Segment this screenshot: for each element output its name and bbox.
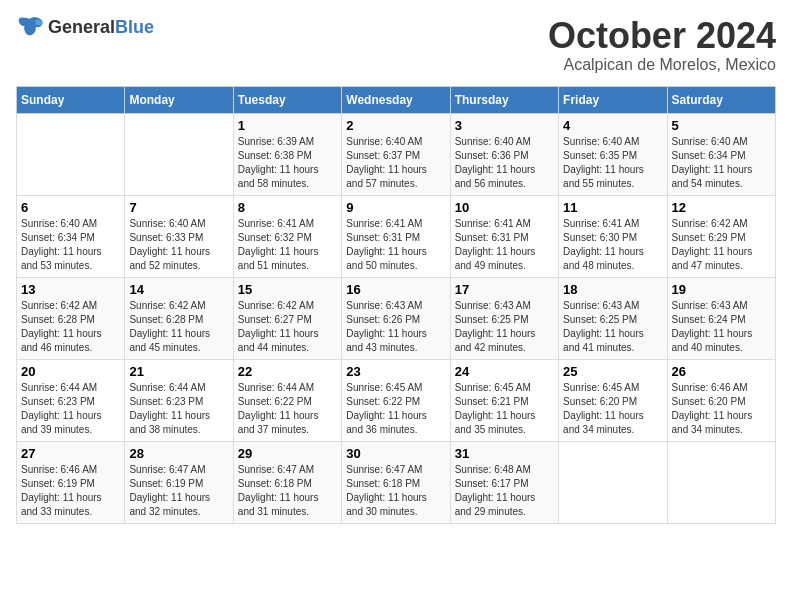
day-info: Sunrise: 6:43 AM Sunset: 6:26 PM Dayligh…	[346, 299, 445, 355]
calendar-cell: 27Sunrise: 6:46 AM Sunset: 6:19 PM Dayli…	[17, 441, 125, 523]
calendar-cell	[559, 441, 667, 523]
calendar-week-4: 20Sunrise: 6:44 AM Sunset: 6:23 PM Dayli…	[17, 359, 776, 441]
calendar-cell	[125, 113, 233, 195]
day-number: 6	[21, 200, 120, 215]
day-number: 31	[455, 446, 554, 461]
weekday-header-row: SundayMondayTuesdayWednesdayThursdayFrid…	[17, 86, 776, 113]
day-number: 26	[672, 364, 771, 379]
day-number: 15	[238, 282, 337, 297]
day-info: Sunrise: 6:40 AM Sunset: 6:36 PM Dayligh…	[455, 135, 554, 191]
day-info: Sunrise: 6:41 AM Sunset: 6:32 PM Dayligh…	[238, 217, 337, 273]
day-number: 8	[238, 200, 337, 215]
calendar-cell: 14Sunrise: 6:42 AM Sunset: 6:28 PM Dayli…	[125, 277, 233, 359]
calendar-cell: 6Sunrise: 6:40 AM Sunset: 6:34 PM Daylig…	[17, 195, 125, 277]
day-number: 13	[21, 282, 120, 297]
page-header: GeneralBlue October 2024 Acalpican de Mo…	[16, 16, 776, 74]
calendar-cell: 8Sunrise: 6:41 AM Sunset: 6:32 PM Daylig…	[233, 195, 341, 277]
logo-bird-icon	[16, 16, 44, 38]
day-number: 24	[455, 364, 554, 379]
title-section: October 2024 Acalpican de Morelos, Mexic…	[548, 16, 776, 74]
weekday-header-thursday: Thursday	[450, 86, 558, 113]
weekday-header-friday: Friday	[559, 86, 667, 113]
day-number: 10	[455, 200, 554, 215]
calendar-cell: 31Sunrise: 6:48 AM Sunset: 6:17 PM Dayli…	[450, 441, 558, 523]
day-number: 9	[346, 200, 445, 215]
day-info: Sunrise: 6:44 AM Sunset: 6:23 PM Dayligh…	[129, 381, 228, 437]
calendar-cell: 2Sunrise: 6:40 AM Sunset: 6:37 PM Daylig…	[342, 113, 450, 195]
day-info: Sunrise: 6:44 AM Sunset: 6:23 PM Dayligh…	[21, 381, 120, 437]
weekday-header-saturday: Saturday	[667, 86, 775, 113]
calendar-cell	[667, 441, 775, 523]
day-number: 22	[238, 364, 337, 379]
day-info: Sunrise: 6:45 AM Sunset: 6:21 PM Dayligh…	[455, 381, 554, 437]
day-info: Sunrise: 6:46 AM Sunset: 6:20 PM Dayligh…	[672, 381, 771, 437]
day-info: Sunrise: 6:40 AM Sunset: 6:33 PM Dayligh…	[129, 217, 228, 273]
logo-text: GeneralBlue	[48, 17, 154, 38]
day-info: Sunrise: 6:47 AM Sunset: 6:18 PM Dayligh…	[346, 463, 445, 519]
day-info: Sunrise: 6:41 AM Sunset: 6:30 PM Dayligh…	[563, 217, 662, 273]
day-info: Sunrise: 6:45 AM Sunset: 6:20 PM Dayligh…	[563, 381, 662, 437]
day-number: 11	[563, 200, 662, 215]
calendar-cell: 28Sunrise: 6:47 AM Sunset: 6:19 PM Dayli…	[125, 441, 233, 523]
calendar-cell: 11Sunrise: 6:41 AM Sunset: 6:30 PM Dayli…	[559, 195, 667, 277]
weekday-header-tuesday: Tuesday	[233, 86, 341, 113]
day-number: 25	[563, 364, 662, 379]
day-number: 17	[455, 282, 554, 297]
day-number: 30	[346, 446, 445, 461]
calendar-cell: 21Sunrise: 6:44 AM Sunset: 6:23 PM Dayli…	[125, 359, 233, 441]
calendar-week-5: 27Sunrise: 6:46 AM Sunset: 6:19 PM Dayli…	[17, 441, 776, 523]
weekday-header-wednesday: Wednesday	[342, 86, 450, 113]
calendar-cell: 1Sunrise: 6:39 AM Sunset: 6:38 PM Daylig…	[233, 113, 341, 195]
calendar-cell: 5Sunrise: 6:40 AM Sunset: 6:34 PM Daylig…	[667, 113, 775, 195]
day-number: 27	[21, 446, 120, 461]
calendar-subtitle: Acalpican de Morelos, Mexico	[548, 56, 776, 74]
logo-general: General	[48, 17, 115, 37]
day-number: 7	[129, 200, 228, 215]
calendar-cell: 9Sunrise: 6:41 AM Sunset: 6:31 PM Daylig…	[342, 195, 450, 277]
day-number: 2	[346, 118, 445, 133]
calendar-table: SundayMondayTuesdayWednesdayThursdayFrid…	[16, 86, 776, 524]
day-info: Sunrise: 6:42 AM Sunset: 6:29 PM Dayligh…	[672, 217, 771, 273]
calendar-cell: 7Sunrise: 6:40 AM Sunset: 6:33 PM Daylig…	[125, 195, 233, 277]
day-info: Sunrise: 6:41 AM Sunset: 6:31 PM Dayligh…	[455, 217, 554, 273]
day-number: 18	[563, 282, 662, 297]
calendar-cell: 17Sunrise: 6:43 AM Sunset: 6:25 PM Dayli…	[450, 277, 558, 359]
day-number: 1	[238, 118, 337, 133]
calendar-week-2: 6Sunrise: 6:40 AM Sunset: 6:34 PM Daylig…	[17, 195, 776, 277]
calendar-cell: 23Sunrise: 6:45 AM Sunset: 6:22 PM Dayli…	[342, 359, 450, 441]
logo-blue: Blue	[115, 17, 154, 37]
calendar-cell: 25Sunrise: 6:45 AM Sunset: 6:20 PM Dayli…	[559, 359, 667, 441]
day-number: 3	[455, 118, 554, 133]
calendar-cell: 22Sunrise: 6:44 AM Sunset: 6:22 PM Dayli…	[233, 359, 341, 441]
day-number: 28	[129, 446, 228, 461]
day-info: Sunrise: 6:39 AM Sunset: 6:38 PM Dayligh…	[238, 135, 337, 191]
day-number: 19	[672, 282, 771, 297]
day-info: Sunrise: 6:46 AM Sunset: 6:19 PM Dayligh…	[21, 463, 120, 519]
calendar-week-1: 1Sunrise: 6:39 AM Sunset: 6:38 PM Daylig…	[17, 113, 776, 195]
day-number: 14	[129, 282, 228, 297]
day-info: Sunrise: 6:41 AM Sunset: 6:31 PM Dayligh…	[346, 217, 445, 273]
weekday-header-monday: Monday	[125, 86, 233, 113]
calendar-cell: 16Sunrise: 6:43 AM Sunset: 6:26 PM Dayli…	[342, 277, 450, 359]
day-info: Sunrise: 6:47 AM Sunset: 6:19 PM Dayligh…	[129, 463, 228, 519]
day-number: 20	[21, 364, 120, 379]
day-info: Sunrise: 6:42 AM Sunset: 6:28 PM Dayligh…	[129, 299, 228, 355]
day-info: Sunrise: 6:45 AM Sunset: 6:22 PM Dayligh…	[346, 381, 445, 437]
day-number: 29	[238, 446, 337, 461]
calendar-title: October 2024	[548, 16, 776, 56]
day-info: Sunrise: 6:43 AM Sunset: 6:25 PM Dayligh…	[455, 299, 554, 355]
day-info: Sunrise: 6:43 AM Sunset: 6:25 PM Dayligh…	[563, 299, 662, 355]
calendar-cell: 24Sunrise: 6:45 AM Sunset: 6:21 PM Dayli…	[450, 359, 558, 441]
day-info: Sunrise: 6:48 AM Sunset: 6:17 PM Dayligh…	[455, 463, 554, 519]
day-number: 5	[672, 118, 771, 133]
weekday-header-sunday: Sunday	[17, 86, 125, 113]
day-info: Sunrise: 6:40 AM Sunset: 6:37 PM Dayligh…	[346, 135, 445, 191]
day-info: Sunrise: 6:42 AM Sunset: 6:28 PM Dayligh…	[21, 299, 120, 355]
calendar-cell: 19Sunrise: 6:43 AM Sunset: 6:24 PM Dayli…	[667, 277, 775, 359]
calendar-cell: 13Sunrise: 6:42 AM Sunset: 6:28 PM Dayli…	[17, 277, 125, 359]
day-info: Sunrise: 6:40 AM Sunset: 6:34 PM Dayligh…	[21, 217, 120, 273]
day-number: 12	[672, 200, 771, 215]
calendar-cell: 4Sunrise: 6:40 AM Sunset: 6:35 PM Daylig…	[559, 113, 667, 195]
day-info: Sunrise: 6:43 AM Sunset: 6:24 PM Dayligh…	[672, 299, 771, 355]
calendar-cell: 30Sunrise: 6:47 AM Sunset: 6:18 PM Dayli…	[342, 441, 450, 523]
